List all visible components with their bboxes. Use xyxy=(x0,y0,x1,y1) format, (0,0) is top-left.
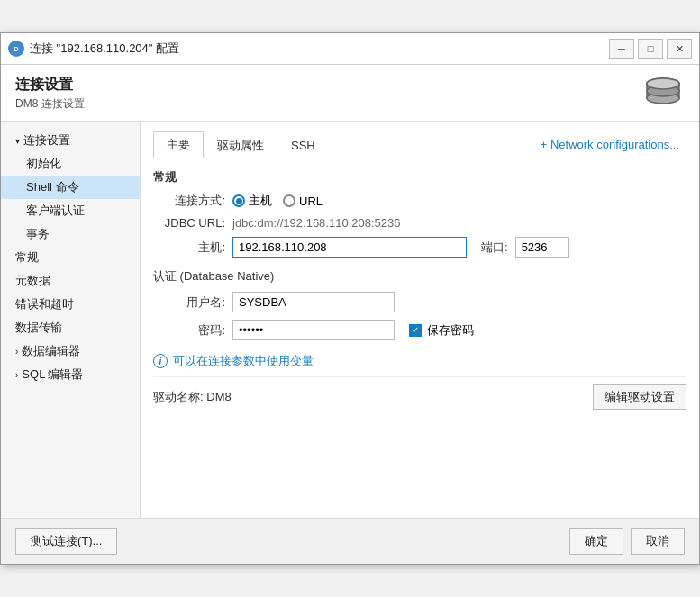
radio-host-option[interactable]: 主机 xyxy=(232,193,272,209)
maximize-button[interactable]: □ xyxy=(638,39,663,59)
svg-point-7 xyxy=(647,78,679,89)
tab-driver-props[interactable]: 驱动属性 xyxy=(204,132,277,158)
test-connection-button[interactable]: 测试连接(T)... xyxy=(15,528,117,555)
save-password-checkbox[interactable]: ✓ xyxy=(409,324,422,337)
cancel-button[interactable]: 取消 xyxy=(631,528,685,555)
host-port-row: 主机: 端口: xyxy=(153,237,686,258)
app-icon: D xyxy=(8,41,24,57)
var-hint-row[interactable]: i 可以在连接参数中使用变量 xyxy=(153,353,686,369)
driver-row: 驱动名称: DM8 编辑驱动设置 xyxy=(153,376,686,410)
content-area: 主要 驱动属性 SSH + Network configurations... … xyxy=(141,122,699,518)
sidebar-item-sql-editor[interactable]: › SQL 编辑器 xyxy=(1,363,140,386)
radio-url-label: URL xyxy=(299,194,323,208)
network-config-link[interactable]: + Network configurations... xyxy=(533,134,686,155)
chevron-down-icon: ▾ xyxy=(15,136,20,146)
radio-url-option[interactable]: URL xyxy=(283,194,323,208)
username-row: 用户名: xyxy=(153,292,686,312)
ok-button[interactable]: 确定 xyxy=(569,528,623,555)
footer-right-buttons: 确定 取消 xyxy=(569,528,685,555)
connection-method-label: 连接方式: xyxy=(153,193,225,209)
window-title: 连接 "192.168.110.204" 配置 xyxy=(30,41,609,57)
port-input[interactable] xyxy=(515,237,569,258)
chevron-right-icon: › xyxy=(15,370,18,380)
host-label: 主机: xyxy=(153,240,225,256)
save-password-row: ✓ 保存密码 xyxy=(409,322,474,339)
general-section-title: 常规 xyxy=(153,169,686,185)
sidebar-item-general[interactable]: 常规 xyxy=(1,246,140,269)
username-input[interactable] xyxy=(232,292,395,312)
radio-host-label: 主机 xyxy=(249,193,272,209)
close-button[interactable]: ✕ xyxy=(667,39,692,59)
jdbc-url-label: JDBC URL: xyxy=(153,216,225,230)
header-subtitle: DM8 连接设置 xyxy=(15,96,85,112)
sidebar: ▾ 连接设置 初始化 Shell 命令 客户端认证 事务 常规 元数据 错误 xyxy=(1,122,141,518)
sidebar-item-metadata[interactable]: 元数据 xyxy=(1,269,140,293)
username-label: 用户名: xyxy=(153,294,225,311)
sidebar-item-data-editor[interactable]: › 数据编辑器 xyxy=(1,339,140,363)
header-title: 连接设置 xyxy=(15,76,85,95)
svg-text:D: D xyxy=(14,46,18,52)
sidebar-item-shell-command[interactable]: Shell 命令 xyxy=(1,176,140,199)
jdbc-url-value: jdbc:dm://192.168.110.208:5236 xyxy=(232,216,400,230)
minimize-button[interactable]: ─ xyxy=(609,39,634,59)
sidebar-item-initialization[interactable]: 初始化 xyxy=(1,152,140,176)
driver-label: 驱动名称: DM8 xyxy=(153,389,232,405)
jdbc-url-row: JDBC URL: jdbc:dm://192.168.110.208:5236 xyxy=(153,216,686,230)
edit-driver-button[interactable]: 编辑驱动设置 xyxy=(593,384,686,410)
password-row: 密码: ✓ 保存密码 xyxy=(153,320,686,340)
sidebar-item-transactions[interactable]: 事务 xyxy=(1,222,140,246)
dialog-window: D 连接 "192.168.110.204" 配置 ─ □ ✕ 连接设置 DM8… xyxy=(0,32,700,565)
tab-main[interactable]: 主要 xyxy=(153,131,204,158)
window-controls: ─ □ ✕ xyxy=(609,39,692,59)
main-area: ▾ 连接设置 初始化 Shell 命令 客户端认证 事务 常规 元数据 错误 xyxy=(1,122,699,518)
port-label: 端口: xyxy=(481,240,508,256)
info-icon: i xyxy=(153,354,168,368)
header-text: 连接设置 DM8 连接设置 xyxy=(15,76,85,112)
host-input[interactable] xyxy=(232,237,467,258)
radio-group: 主机 URL xyxy=(232,193,323,209)
tab-bar: 主要 驱动属性 SSH + Network configurations... xyxy=(153,131,686,158)
footer-area: 测试连接(T)... 确定 取消 xyxy=(1,518,699,564)
password-input[interactable] xyxy=(232,320,395,340)
sidebar-item-data-transfer[interactable]: 数据传输 xyxy=(1,316,140,339)
radio-host-circle xyxy=(232,194,245,207)
password-label: 密码: xyxy=(153,322,225,339)
titlebar: D 连接 "192.168.110.204" 配置 ─ □ ✕ xyxy=(1,33,699,65)
radio-url-circle xyxy=(283,194,295,207)
checkmark-icon: ✓ xyxy=(412,325,419,335)
header-area: 连接设置 DM8 连接设置 xyxy=(1,65,699,122)
tab-ssh[interactable]: SSH xyxy=(277,133,329,157)
sidebar-item-client-auth[interactable]: 客户端认证 xyxy=(1,199,140,222)
connection-method-row: 连接方式: 主机 URL xyxy=(153,193,686,209)
save-password-label: 保存密码 xyxy=(427,322,474,339)
auth-section: 认证 (Database Native) 用户名: 密码: ✓ 保存密码 xyxy=(153,268,686,340)
auth-title: 认证 (Database Native) xyxy=(153,268,686,285)
sidebar-item-error-timeout[interactable]: 错误和超时 xyxy=(1,293,140,316)
var-hint-text: 可以在连接参数中使用变量 xyxy=(173,353,314,369)
chevron-right-icon: › xyxy=(15,347,18,357)
database-icon xyxy=(641,76,685,112)
sidebar-item-connection-settings[interactable]: ▾ 连接设置 xyxy=(1,129,140,152)
